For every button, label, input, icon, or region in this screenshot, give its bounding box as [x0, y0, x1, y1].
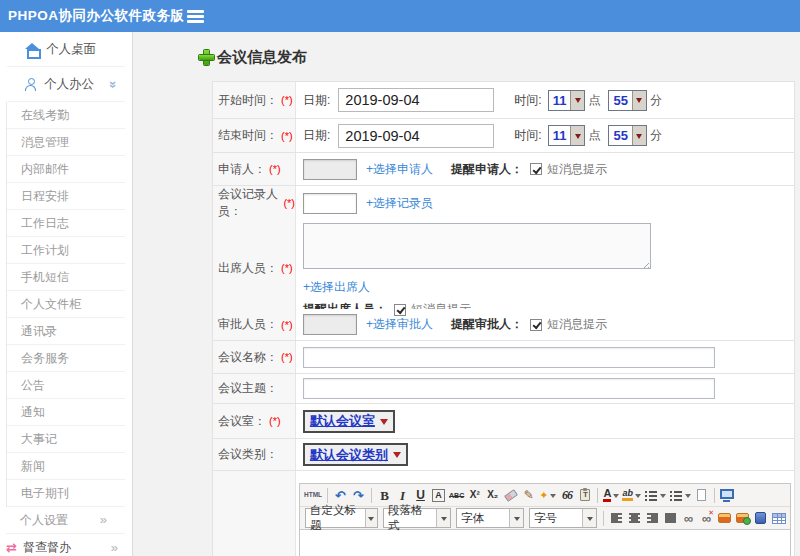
meeting-subject-input[interactable]	[303, 378, 715, 399]
undo-button[interactable]: ↶	[332, 486, 349, 505]
sms-checkbox[interactable]	[394, 304, 406, 316]
ordered-list-button[interactable]	[643, 486, 667, 505]
sidebar-subitem[interactable]: 工作计划	[7, 237, 125, 264]
sidebar-item-personal-office[interactable]: 个人办公 »	[7, 67, 125, 102]
heading-select-button[interactable]: 自定义标题	[305, 508, 378, 528]
pick-recorder-link[interactable]: +选择记录员	[366, 195, 433, 212]
sms-label: 短消息提示	[547, 161, 607, 178]
sidebar-subitem[interactable]: 手机短信	[7, 264, 125, 291]
sidebar-subitem[interactable]: 个人文件柜	[7, 291, 125, 318]
subscript-button[interactable]: X₂	[484, 486, 501, 505]
html-source-button[interactable]: HTML	[303, 486, 323, 505]
eraser-icon	[504, 489, 518, 502]
sidebar-subitem[interactable]: 内部邮件	[7, 156, 125, 183]
required-mark: (*)	[283, 197, 295, 209]
page-break-icon	[697, 489, 706, 501]
eraser-button[interactable]	[502, 486, 519, 505]
align-right-button[interactable]	[644, 509, 661, 528]
date-label: 日期:	[303, 127, 330, 144]
dropdown-arrow-icon	[613, 494, 619, 501]
align-center-button[interactable]	[626, 509, 643, 528]
pick-applicant-link[interactable]: +选择申请人	[366, 161, 433, 178]
highlight-button[interactable]: ab	[621, 486, 642, 505]
hamburger-menu-icon[interactable]	[187, 10, 204, 13]
meeting-name-input[interactable]	[303, 347, 715, 368]
sidebar-subitem[interactable]: 公告	[7, 372, 125, 399]
unlink-button[interactable]: ∞	[698, 509, 715, 528]
align-left-button[interactable]	[608, 509, 625, 528]
sms-checkbox[interactable]	[530, 163, 542, 175]
applicant-input[interactable]	[303, 159, 357, 180]
superscript-button[interactable]: X²	[466, 486, 483, 505]
select-arrow-icon	[365, 509, 377, 527]
end-date-input[interactable]	[338, 124, 494, 148]
chevron-right-icon: »	[111, 540, 118, 555]
start-minute-select[interactable]: 55	[608, 90, 646, 111]
underline-button[interactable]: U	[412, 486, 429, 505]
pick-attendees-link[interactable]: +选择出席人	[303, 279, 370, 296]
font-family-select-button[interactable]: 字体	[456, 508, 524, 528]
font-size-select-button[interactable]: 字号	[529, 508, 597, 528]
redo-button[interactable]: ↷	[350, 486, 367, 505]
unordered-list-button[interactable]	[668, 486, 692, 505]
italic-icon: I	[400, 489, 405, 502]
sidebar-subitem[interactable]: 在线考勤	[7, 102, 125, 129]
heading-select-label: 自定义标题	[306, 509, 365, 527]
sms-checkbox[interactable]	[530, 319, 542, 331]
form-row-recorder: 会议记录人员：(*) +选择记录员	[213, 186, 794, 218]
paragraph-select-button[interactable]: 段落格式	[383, 508, 451, 528]
sidebar-item-personal-settings[interactable]: 个人设置 »	[6, 507, 125, 534]
field-label: 会议主题：	[213, 374, 296, 403]
form-row-applicant: 申请人：(*) +选择申请人 提醒申请人： 短消息提示	[213, 153, 794, 186]
format-brush-button[interactable]: ✎	[520, 486, 537, 505]
approver-input[interactable]	[303, 314, 357, 335]
pick-approver-link[interactable]: +选择审批人	[366, 316, 433, 333]
media-button[interactable]	[752, 509, 769, 528]
app-title: PHPOA协同办公软件政务版	[8, 0, 185, 32]
link-button[interactable]: ∞	[680, 509, 697, 528]
sidebar-item-supervision[interactable]: ⇄ 督查督办 »	[0, 534, 132, 556]
blockquote-button[interactable]: 66	[558, 486, 575, 505]
start-date-input[interactable]	[338, 88, 494, 112]
meeting-category-select[interactable]: 默认会议类别	[303, 443, 408, 466]
sidebar-subitem[interactable]: 通讯录	[7, 318, 125, 345]
recorder-input[interactable]	[303, 193, 357, 214]
end-minute-select[interactable]: 55	[608, 125, 646, 146]
sidebar-subitem[interactable]: 日程安排	[7, 183, 125, 210]
align-justify-button[interactable]	[662, 509, 679, 528]
fullscreen-button[interactable]	[719, 486, 736, 505]
sidebar-subitem[interactable]: 电子期刊	[7, 480, 125, 507]
magic-wand-button[interactable]: ✦	[538, 486, 557, 505]
sidebar-subitem[interactable]: 会务服务	[7, 345, 125, 372]
meeting-room-select[interactable]: 默认会议室	[303, 410, 395, 433]
table-button[interactable]	[770, 509, 787, 528]
font-color-button[interactable]: A	[602, 486, 620, 505]
bold-button[interactable]: B	[376, 486, 393, 505]
image-button[interactable]	[716, 509, 733, 528]
paste-template-icon	[580, 489, 590, 501]
strikethrough-button[interactable]: ABC	[448, 486, 465, 505]
date-label: 日期:	[303, 92, 330, 109]
select-arrow-icon	[570, 126, 584, 145]
attendees-textarea[interactable]	[303, 223, 651, 269]
hour-unit-label: 点	[588, 92, 600, 109]
sidebar-subitem[interactable]: 工作日志	[7, 210, 125, 237]
top-header-bar: PHPOA协同办公软件政务版	[0, 0, 800, 32]
editor-content[interactable]	[300, 530, 790, 556]
paste-template-button[interactable]	[576, 486, 593, 505]
boxed-a-button[interactable]: A	[430, 486, 447, 505]
subscript-icon: X₂	[487, 490, 498, 500]
paragraph-select-label: 段落格式	[384, 509, 436, 527]
page-break-button[interactable]	[693, 486, 710, 505]
italic-button[interactable]: I	[394, 486, 411, 505]
dropdown-arrow-icon	[685, 494, 691, 501]
sidebar-subitem[interactable]: 消息管理	[7, 129, 125, 156]
start-hour-select[interactable]: 11	[548, 90, 586, 111]
end-hour-select[interactable]: 11	[548, 125, 586, 146]
image-upload-button[interactable]	[734, 509, 751, 528]
sidebar-item-personal-desktop[interactable]: 个人桌面	[7, 32, 125, 67]
form-row-meeting-name: 会议名称：(*)	[213, 341, 794, 374]
sidebar-subitem[interactable]: 大事记	[7, 426, 125, 453]
sidebar-subitem[interactable]: 新闻	[7, 453, 125, 480]
sidebar-subitem[interactable]: 通知	[7, 399, 125, 426]
